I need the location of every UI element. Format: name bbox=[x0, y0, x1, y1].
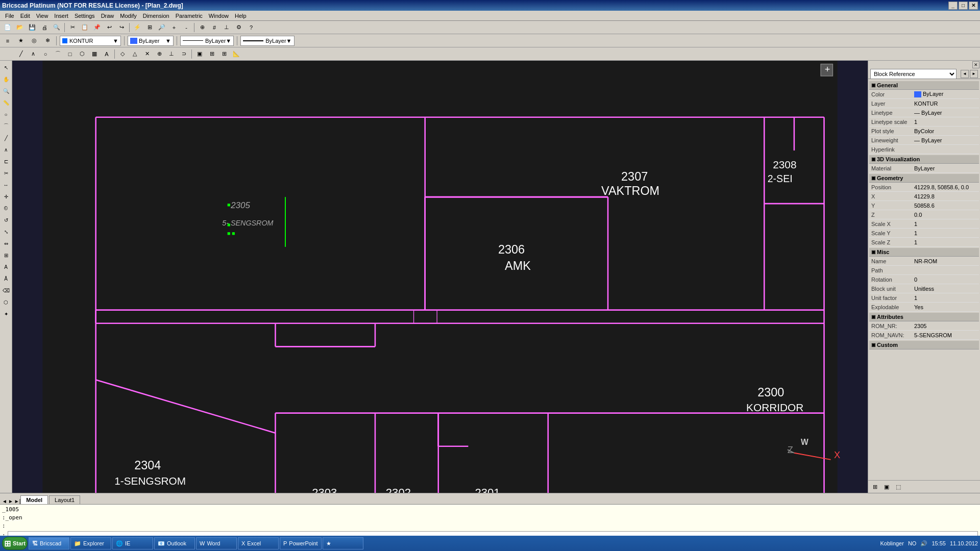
menu-draw[interactable]: Draw bbox=[98, 12, 117, 20]
block-button[interactable]: ▣ bbox=[194, 48, 205, 60]
menu-insert[interactable]: Insert bbox=[51, 12, 71, 20]
print-preview-button[interactable]: 🔍 bbox=[51, 22, 62, 33]
panel-icon1[interactable]: ⊞ bbox=[870, 482, 880, 491]
menu-edit[interactable]: Edit bbox=[17, 12, 33, 20]
prop-pos-z-value[interactable]: 0.0 bbox=[912, 212, 977, 218]
grid-button[interactable]: # bbox=[209, 22, 220, 33]
open-button[interactable]: 📂 bbox=[14, 22, 26, 33]
prop-rom-nr-value[interactable]: 2305 bbox=[912, 323, 977, 329]
start-button[interactable]: ⊞ Start bbox=[2, 537, 28, 550]
misc-section-header[interactable]: Misc bbox=[869, 248, 979, 257]
menu-dimension[interactable]: Dimension bbox=[140, 12, 173, 20]
grip-lt-button[interactable]: ⬡ bbox=[1, 296, 12, 308]
layer-isolate-button[interactable]: ◎ bbox=[29, 35, 40, 46]
prop-rom-navn-value[interactable]: 5-SENGSROM bbox=[912, 332, 977, 338]
help-tb-button[interactable]: ? bbox=[246, 22, 257, 33]
measure-button[interactable]: 📐 bbox=[231, 48, 242, 60]
text-button[interactable]: A bbox=[101, 48, 112, 60]
hatch-button[interactable]: ▦ bbox=[89, 48, 100, 60]
snap-cen-button[interactable]: ⊕ bbox=[154, 48, 165, 60]
prop-lineweight-value[interactable]: — ByLayer bbox=[912, 137, 977, 143]
layer-state-button[interactable]: ★ bbox=[15, 35, 27, 46]
color-dropdown[interactable]: ByLayer ▼ bbox=[128, 36, 174, 46]
prop-plotstyle-value[interactable]: ByColor bbox=[912, 128, 977, 134]
snap-end-button[interactable]: ◇ bbox=[117, 48, 128, 60]
menu-settings[interactable]: Settings bbox=[71, 12, 98, 20]
taskbar-ppt[interactable]: P PowerPoint bbox=[280, 537, 322, 549]
zoom-extents-button[interactable]: ⊞ bbox=[144, 22, 155, 33]
menu-modify[interactable]: Modify bbox=[117, 12, 139, 20]
cut-button[interactable]: ✂ bbox=[67, 22, 78, 33]
prop-unitfactor-value[interactable]: 1 bbox=[912, 295, 977, 301]
match-props-button[interactable]: ⚡ bbox=[132, 22, 143, 33]
tab-end-button[interactable]: ►| bbox=[14, 498, 21, 504]
offset-lt-button[interactable]: ⊏ bbox=[1, 156, 12, 167]
paste-button[interactable]: 📌 bbox=[91, 22, 103, 33]
menu-help[interactable]: Help bbox=[232, 12, 250, 20]
copy-lt-button[interactable]: © bbox=[1, 203, 12, 214]
custom-section-header[interactable]: Custom bbox=[869, 341, 979, 349]
draw-rectangle-button[interactable]: □ bbox=[64, 48, 76, 60]
linetype-dropdown[interactable]: ByLayer ▼ bbox=[180, 36, 234, 46]
draw-circle-button[interactable]: ○ bbox=[40, 48, 51, 60]
panel-icon3[interactable]: ⬚ bbox=[893, 482, 903, 491]
tab-model[interactable]: Model bbox=[20, 495, 48, 504]
snap-tan-button[interactable]: ⊃ bbox=[178, 48, 189, 60]
draw-polygon-button[interactable]: ⬡ bbox=[77, 48, 88, 60]
attdef-lt-button[interactable]: Ā bbox=[1, 273, 12, 284]
settings-button[interactable]: ⚙ bbox=[233, 22, 244, 33]
drawing-canvas-area[interactable]: 2307 VAKTROM 2308 2-SEI 2306 AMK 2305 5-… bbox=[12, 61, 868, 493]
tab-layout1[interactable]: Layout1 bbox=[49, 495, 80, 504]
taskbar-excel[interactable]: X Excel bbox=[238, 537, 279, 549]
menu-window[interactable]: Window bbox=[206, 12, 232, 20]
attributes-section-header[interactable]: Attributes bbox=[869, 313, 979, 321]
taskbar-outlook[interactable]: 📧 Outlook bbox=[154, 537, 195, 549]
layer-freeze-button[interactable]: ❄ bbox=[42, 35, 53, 46]
prop-layer-value[interactable]: KONTUR bbox=[912, 101, 977, 107]
copy-button[interactable]: 📋 bbox=[79, 22, 90, 33]
prev-entity-button[interactable]: ◄ bbox=[961, 70, 969, 78]
geometry-section-header[interactable]: Geometry bbox=[869, 174, 979, 183]
prop-name-value[interactable]: NR-ROM bbox=[912, 258, 977, 264]
layer-dropdown[interactable]: KONTUR ▼ bbox=[60, 36, 121, 46]
insert-button[interactable]: ⊞ bbox=[206, 48, 217, 60]
entity-type-dropdown[interactable]: Block Reference bbox=[870, 69, 957, 79]
volume-icon[interactable]: 🔊 bbox=[920, 540, 927, 547]
taskbar-app[interactable]: ★ bbox=[323, 537, 363, 549]
taskbar-explorer[interactable]: 📁 Explorer bbox=[70, 537, 111, 549]
close-button[interactable]: ✕ bbox=[969, 2, 978, 10]
text-lt-button[interactable]: A bbox=[1, 261, 12, 272]
zoom-in-button[interactable]: + bbox=[168, 22, 180, 33]
snap-mid-button[interactable]: △ bbox=[129, 48, 140, 60]
panel-close-button[interactable]: ✕ bbox=[972, 61, 979, 68]
minimize-button[interactable]: _ bbox=[948, 2, 958, 10]
menu-file[interactable]: File bbox=[2, 12, 17, 20]
break-lt-button[interactable]: ✦ bbox=[1, 308, 12, 319]
print-button[interactable]: 🖨 bbox=[39, 22, 50, 33]
prop-rotation-value[interactable]: 0 bbox=[912, 277, 977, 283]
snap-button[interactable]: ⊕ bbox=[197, 22, 208, 33]
prop-scale-x-value[interactable]: 1 bbox=[912, 221, 977, 227]
prop-explodable-value[interactable]: Yes bbox=[912, 304, 977, 310]
line-lt-button[interactable]: ╱ bbox=[1, 132, 12, 143]
scale-lt-button[interactable]: ⤡ bbox=[1, 226, 12, 237]
table-lt-button[interactable]: ⊞ bbox=[1, 249, 12, 261]
zoom-window-button[interactable]: 🔎 bbox=[156, 22, 167, 33]
snap-per-button[interactable]: ⊥ bbox=[166, 48, 177, 60]
redo-button[interactable]: ↪ bbox=[116, 22, 127, 33]
maximize-button[interactable]: □ bbox=[959, 2, 968, 10]
next-entity-button[interactable]: ► bbox=[970, 70, 978, 78]
prop-blockunit-value[interactable]: Unitless bbox=[912, 286, 977, 292]
pan-button[interactable]: ✋ bbox=[1, 73, 12, 85]
polyline-lt-button[interactable]: ∧ bbox=[1, 144, 12, 155]
panel-icon2[interactable]: ▣ bbox=[881, 482, 892, 491]
prop-position-value[interactable]: 41229.8, 50858.6, 0.0 bbox=[912, 184, 977, 190]
measure-lt-button[interactable]: 📏 bbox=[1, 97, 12, 108]
undo-button[interactable]: ↩ bbox=[104, 22, 115, 33]
arc-lt-button[interactable]: ⌒ bbox=[1, 120, 12, 132]
prop-ltscale-value[interactable]: 1 bbox=[912, 119, 977, 125]
draw-polyline-button[interactable]: ∧ bbox=[28, 48, 39, 60]
mirror-lt-button[interactable]: ⇔ bbox=[1, 238, 12, 249]
rotate-lt-button[interactable]: ↺ bbox=[1, 214, 12, 226]
save-button[interactable]: 💾 bbox=[27, 22, 38, 33]
